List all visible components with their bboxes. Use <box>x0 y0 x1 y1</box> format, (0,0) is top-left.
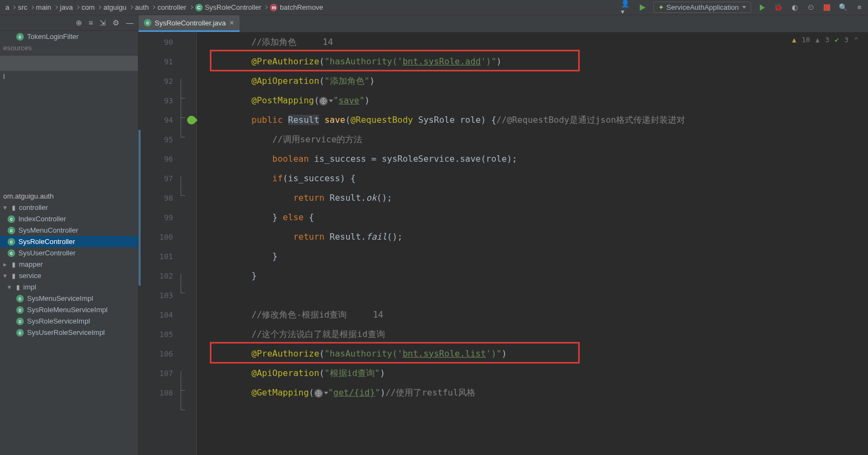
folder-icon: ▮ <box>12 261 16 268</box>
code-line[interactable]: //修改角色-根据id查询 14 <box>210 305 868 325</box>
breadcrumb-item[interactable]: auth <box>133 3 151 11</box>
line-number: 91 <box>141 52 173 71</box>
line-number: 93 <box>141 91 173 110</box>
chevron-right-icon <box>263 5 268 10</box>
code-line[interactable]: //添加角色 14 <box>210 32 868 52</box>
code-line[interactable]: } <box>210 247 868 266</box>
token: save <box>339 95 360 105</box>
hide-icon[interactable]: — <box>126 18 134 27</box>
line-number: 96 <box>141 149 173 169</box>
tree-item-class[interactable]: cSysMenuServiceImpl <box>0 293 138 304</box>
tree-item-package[interactable]: om.atguigu.auth <box>0 190 138 202</box>
breadcrumb-item[interactable]: controller <box>155 3 188 11</box>
code-line[interactable]: if(is_success) { <box>210 169 868 188</box>
settings-icon[interactable]: ⚙ <box>112 18 120 27</box>
fold-cell <box>183 169 196 188</box>
profile-icon[interactable]: ⏲ <box>805 2 816 13</box>
tree-item-class[interactable]: cSysRoleMenuServiceImpl <box>0 304 138 315</box>
collapse-icon[interactable]: ⇲ <box>100 18 106 27</box>
tree-item-class[interactable]: cSysMenuController <box>0 225 138 236</box>
breadcrumb-item[interactable]: java <box>58 3 75 11</box>
line-number: 98 <box>141 188 173 208</box>
tree-folder-service[interactable]: ▾ ▮ service <box>0 270 138 281</box>
close-icon[interactable]: ✕ <box>229 19 234 27</box>
coverage-icon[interactable]: ◐ <box>789 2 800 13</box>
tree-label: SysUserController <box>18 249 75 257</box>
token: (); <box>387 232 403 242</box>
code-body[interactable]: ▲10 ▲3 ✔3 ⌃ //添加角色 14 @PreAuthorize("has… <box>197 32 868 455</box>
code-line[interactable]: //调用service的方法 <box>210 130 868 149</box>
token: return <box>293 193 329 203</box>
token <box>210 193 293 203</box>
run-config-selector[interactable]: ✦ ServiceAuthApplication <box>653 2 751 13</box>
chevron-right-icon <box>54 5 58 10</box>
user-icon[interactable]: 👤▾ <box>621 2 632 13</box>
code-line[interactable]: } <box>210 266 868 286</box>
fold-cell <box>183 286 196 305</box>
code-line[interactable]: return Result.fail(); <box>210 227 868 247</box>
tree-label: service <box>19 272 41 280</box>
fold-cell <box>183 130 196 149</box>
token: (is_success) { <box>283 173 356 183</box>
tree-folder-controller[interactable]: ▾ ▮ controller <box>0 202 138 213</box>
code-line[interactable]: } else { <box>210 208 868 227</box>
token: Result <box>288 115 320 125</box>
build-icon[interactable] <box>637 2 648 13</box>
tree-folder-mapper[interactable]: ▸ ▮ mapper <box>0 259 138 270</box>
stop-icon[interactable] <box>821 2 832 13</box>
code-line[interactable]: boolean is_success = sysRoleService.save… <box>210 149 868 169</box>
tree-item-class[interactable]: cSysRoleServiceImpl <box>0 315 138 327</box>
code-line[interactable]: @PreAuthorize("hasAuthority('bnt.sysRole… <box>210 344 868 364</box>
token: //这个方法说白了就是根据id查询 <box>251 329 385 339</box>
token: "添加角色" <box>324 76 369 86</box>
token: ) <box>369 76 375 86</box>
class-icon: c <box>16 306 24 314</box>
code-line[interactable]: @ApiOperation("添加角色") <box>210 71 868 91</box>
code-line[interactable] <box>210 286 868 305</box>
token: ')" <box>486 348 502 359</box>
editor-area: c SysRoleController.java ✕ 9091929394959… <box>138 15 868 455</box>
editor-tab[interactable]: c SysRoleController.java ✕ <box>138 15 240 32</box>
tree-item-resources[interactable]: esources <box>0 42 138 54</box>
tree-item-class[interactable]: cSysUserController <box>0 247 138 259</box>
run-icon[interactable] <box>757 2 767 13</box>
code-line[interactable]: //这个方法说白了就是根据id查询 <box>210 325 868 344</box>
chevron-right-icon <box>129 5 133 10</box>
token: " <box>328 387 334 398</box>
target-icon[interactable]: ⊕ <box>76 18 82 27</box>
project-tree[interactable]: c TokenLoginFilter esources l om.atguigu… <box>0 31 138 455</box>
tree-item-class[interactable]: cSysUserRoleServiceImpl <box>0 327 138 338</box>
code-line[interactable]: public Result save(@RequestBody SysRole … <box>210 110 868 130</box>
expand-icon[interactable]: ≡ <box>89 18 93 27</box>
token: ( <box>314 95 320 105</box>
breadcrumb-item[interactable]: src <box>16 3 29 11</box>
tree-item-class[interactable]: cSysRoleController <box>0 236 138 247</box>
breadcrumb-item[interactable]: a <box>3 3 11 11</box>
settings-icon[interactable]: ≡ <box>854 2 865 13</box>
token: ) <box>365 95 370 105</box>
tree-label: SysUserRoleServiceImpl <box>27 328 105 337</box>
code-line[interactable]: @GetMapping("get/{id}")//使用了restful风格 <box>210 383 868 403</box>
token: @ApiOperation <box>251 76 319 86</box>
tree-item[interactable]: c TokenLoginFilter <box>0 31 138 42</box>
tree-folder-impl[interactable]: ▾ ▮ impl <box>0 281 138 293</box>
fold-cell <box>183 247 196 266</box>
code-line[interactable]: @ApiOperation("根据id查询") <box>210 364 868 383</box>
line-number: 106 <box>141 344 173 364</box>
breadcrumb-item[interactable]: atguigu <box>101 3 129 11</box>
search-everywhere-icon[interactable]: 🔍 <box>838 2 849 13</box>
debug-icon[interactable]: 🐞 <box>773 2 784 13</box>
fold-cell <box>183 325 196 344</box>
tree-item[interactable]: l <box>0 71 138 82</box>
breadcrumb-method[interactable]: mbatchRemove <box>268 3 325 11</box>
tree-item-class[interactable]: cIndexController <box>0 213 138 225</box>
token <box>210 95 251 105</box>
code-line[interactable]: return Result.ok(); <box>210 188 868 208</box>
breadcrumb-item[interactable]: com <box>79 3 97 11</box>
code-editor[interactable]: 9091929394959697989910010110210310410510… <box>138 32 868 455</box>
code-line[interactable]: @PreAuthorize("hasAuthority('bnt.sysRole… <box>210 52 868 71</box>
code-line[interactable]: @PostMapping("save") <box>210 91 868 110</box>
breadcrumb-item[interactable]: main <box>34 3 54 11</box>
breadcrumb-class[interactable]: CSysRoleController <box>193 3 264 11</box>
folder-icon: ▮ <box>12 204 16 212</box>
